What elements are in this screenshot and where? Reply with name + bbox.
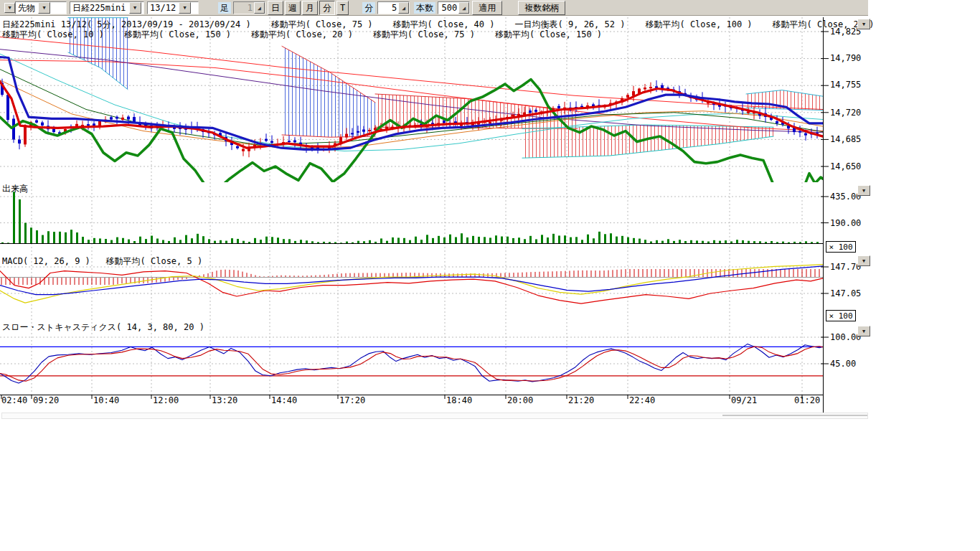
price-axis-tick: 14,720	[830, 108, 861, 118]
minute-stepper[interactable]: 5 ◢	[377, 1, 410, 14]
price-axis-tick: 14,825	[830, 27, 861, 37]
horizontal-scrollbar[interactable]	[1, 413, 868, 419]
period-minute-button[interactable]: 分	[319, 1, 335, 15]
bar-count-stepper[interactable]: 500 ◢	[438, 1, 470, 14]
macd-panel-label: MACD( 12, 26, 9 ) 移動平均( Close, 5 )	[2, 255, 202, 268]
price-axis-tick: 14,790	[830, 53, 861, 63]
price-axis-tick: 14,685	[830, 134, 861, 144]
bar-type-label: 足	[218, 2, 231, 14]
macd-multiplier-badge: × 100	[826, 310, 856, 321]
contract-month-combo[interactable]: 13/12 ▼	[147, 1, 199, 14]
legend-row-2: 移動平均( Close, 10 )移動平均( Close, 150 )移動平均(…	[2, 29, 622, 41]
toolbar: ▼ 先物 ▼ 日経225mini ▼ 13/12 ▼ 足 1 ◢ 日 週 月 分…	[0, 0, 868, 16]
chevron-down-icon: ▼	[862, 258, 865, 264]
macd-axis-tick: 147.05	[830, 288, 861, 298]
time-axis-label: 22:40	[629, 395, 655, 405]
price-panel-menu-button[interactable]: ▼	[857, 19, 870, 29]
time-axis-label: 02:40	[1, 395, 27, 405]
spinner-icon[interactable]: ◢	[398, 2, 409, 14]
stoch-panel-menu-button[interactable]: ▼	[857, 326, 870, 336]
period-tick-button[interactable]: T	[336, 1, 349, 15]
multi-symbol-button[interactable]: 複数銘柄	[518, 1, 565, 15]
scrollbar-thumb[interactable]	[722, 415, 867, 416]
apply-button[interactable]: 適用	[472, 1, 502, 15]
chevron-down-icon: ▼	[862, 188, 865, 194]
legend-item: 日経225mini 13/12( 5分, 2013/09/19 - 2013/0…	[2, 19, 251, 29]
stochastics-panel-label: スロー・ストキャスティクス( 14, 3, 80, 20 )	[2, 321, 204, 334]
chart-area: 日経225mini 13/12( 5分, 2013/09/19 - 2013/0…	[0, 16, 980, 446]
chevron-down-icon[interactable]: ▼	[179, 2, 191, 14]
instrument-type-value: 先物	[18, 2, 35, 14]
volume-multiplier-badge: × 100	[826, 241, 856, 253]
bar-count-label: 本数	[414, 2, 435, 14]
macd-panel-menu-button[interactable]: ▼	[857, 255, 870, 266]
chevron-down-icon: ▼	[862, 22, 865, 27]
time-axis-label: 18:40	[446, 395, 472, 405]
legend-item: 移動平均( Close, 100 )	[645, 19, 752, 29]
legend-item: 移動平均( Close, 10 )	[2, 29, 104, 39]
spinner-icon[interactable]: ◢	[254, 2, 265, 14]
time-axis-label: 12:00	[153, 395, 179, 405]
spinner-icon[interactable]: ◢	[458, 2, 469, 14]
time-axis-label: 13:20	[212, 395, 237, 405]
volume-panel-menu-button[interactable]: ▼	[857, 185, 870, 196]
period-week-button[interactable]: 週	[285, 1, 301, 15]
price-axis-tick: 14,650	[830, 161, 861, 171]
time-axis-label: 10:40	[93, 395, 119, 405]
time-axis-label: 21:20	[568, 395, 594, 405]
bar-interval-value: 1	[234, 3, 254, 13]
price-axis-tick: 14,755	[830, 80, 861, 90]
period-day-button[interactable]: 日	[268, 1, 283, 15]
macd-label: MACD( 12, 26, 9 )	[2, 256, 90, 266]
stoch-axis-tick: 100.00	[830, 332, 861, 342]
legend-item: 移動平均( Close, 75 )	[373, 29, 475, 39]
stoch-axis-tick: 45.00	[830, 359, 856, 369]
volume-axis-tick: 190.00	[830, 218, 861, 228]
volume-panel-label: 出来高	[2, 183, 28, 195]
trading-chart-app: ▼ 先物 ▼ 日経225mini ▼ 13/12 ▼ 足 1 ◢ 日 週 月 分…	[0, 0, 980, 551]
legend-item: 移動平均( Close, 40 )	[393, 19, 495, 29]
contract-month-value: 13/12	[150, 3, 176, 13]
window-combo-arrow[interactable]: ▼	[4, 3, 15, 13]
chevron-down-icon[interactable]: ▼	[129, 2, 141, 14]
legend-item: 移動平均( Close, 150 )	[124, 29, 231, 39]
time-axis-label: 17:20	[339, 395, 365, 405]
symbol-value: 日経225mini	[72, 2, 126, 14]
legend-item: 一目均衡表( 9, 26, 52 )	[515, 19, 626, 29]
legend-item: 移動平均( Close, 20 )	[251, 29, 353, 39]
time-axis-label: 09/21	[731, 395, 757, 405]
chart-canvas[interactable]	[0, 17, 868, 419]
symbol-combo[interactable]: 日経225mini ▼	[70, 1, 144, 14]
time-axis-label: 20:00	[507, 395, 533, 405]
legend-item: 移動平均( Close, 75 )	[271, 19, 373, 29]
time-axis-label: 09:20	[33, 395, 59, 405]
period-month-button[interactable]: 月	[302, 1, 318, 15]
minute-value: 5	[378, 3, 398, 13]
instrument-type-combo[interactable]: 先物 ▼	[15, 1, 67, 14]
bar-interval-stepper[interactable]: 1 ◢	[233, 1, 265, 14]
bar-count-value: 500	[438, 3, 458, 13]
legend-item: 移動平均( Close, 150 )	[495, 29, 602, 39]
chevron-down-icon[interactable]: ▼	[38, 2, 50, 14]
macd-axis-tick: 147.70	[830, 262, 861, 272]
volume-axis-tick: 435.00	[830, 192, 861, 202]
macd-ma-label: 移動平均( Close, 5 )	[106, 256, 203, 266]
time-axis-label: 01:20	[794, 395, 820, 405]
minute-label: 分	[362, 2, 375, 14]
chevron-down-icon: ▼	[862, 329, 865, 334]
time-axis-label: 14:40	[271, 395, 297, 405]
